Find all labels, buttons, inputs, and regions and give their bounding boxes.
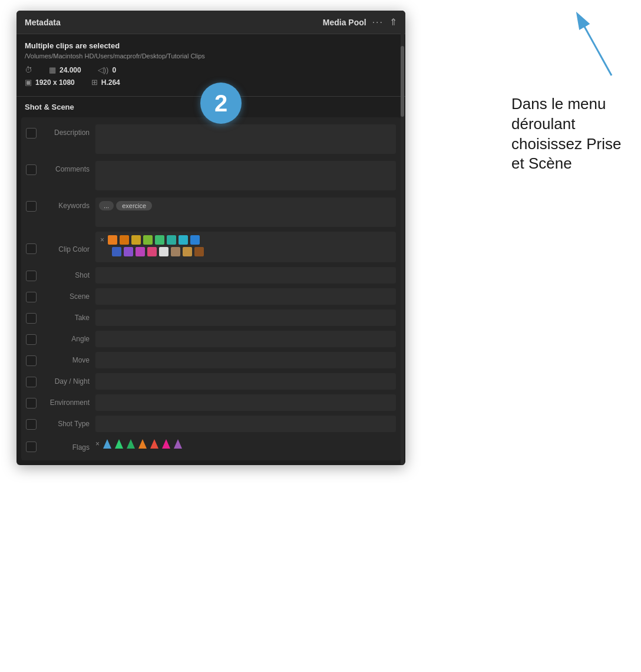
clip-color-swatch[interactable] [159, 247, 168, 256]
description-checkbox[interactable] [26, 128, 37, 139]
environment-label: Environment [37, 394, 95, 407]
framerate-item: ▦ 24.000 [49, 65, 81, 74]
color-row-2 [100, 247, 391, 256]
flag-icon[interactable] [103, 439, 111, 449]
take-label: Take [37, 309, 95, 322]
shot-type-content [95, 416, 396, 432]
resolution-value: 1920 x 1080 [35, 78, 75, 87]
shot-type-checkbox[interactable] [26, 419, 37, 430]
flags-row: Flags × [21, 434, 401, 456]
comments-label: Comments [37, 161, 95, 173]
clip-color-swatch[interactable] [167, 235, 176, 245]
clip-color-swatch[interactable] [183, 247, 192, 256]
mediapool-label: Media Pool [323, 18, 366, 27]
day-night-content [95, 373, 396, 390]
move-input[interactable] [95, 352, 396, 368]
clip-color-swatch[interactable] [143, 235, 153, 245]
description-content [95, 124, 396, 156]
day-night-input[interactable] [95, 373, 396, 390]
clock-icon: ⏱ [25, 65, 32, 74]
flag-icon[interactable] [162, 439, 170, 449]
codec-value: H.264 [101, 78, 120, 87]
clip-color-swatch[interactable] [131, 235, 141, 245]
flag-icon[interactable] [127, 439, 135, 449]
flags-content: × [95, 437, 396, 453]
scroll-thumb[interactable] [401, 46, 404, 117]
codec-icon: ⊞ [91, 78, 98, 87]
environment-checkbox[interactable] [26, 398, 37, 409]
scene-content [95, 288, 396, 305]
keywords-area: ... exercice [95, 197, 396, 227]
clip-color-swatch[interactable] [147, 247, 157, 256]
flags-clear[interactable]: × [95, 440, 100, 448]
clip-color-swatch[interactable] [108, 235, 117, 245]
scroll-track [401, 11, 404, 465]
step-badge: 2 [200, 83, 242, 124]
flag-icon[interactable] [115, 439, 123, 449]
description-input[interactable] [95, 124, 396, 154]
environment-row: Environment [21, 392, 401, 413]
framerate-value: 24.000 [60, 66, 81, 74]
arrow-annotation [553, 11, 623, 81]
angle-input[interactable] [95, 331, 396, 347]
day-night-row: Day / Night [21, 371, 401, 392]
take-checkbox[interactable] [26, 313, 37, 324]
keywords-add-button[interactable]: ... [99, 201, 114, 210]
angle-content [95, 331, 396, 347]
angle-checkbox[interactable] [26, 334, 37, 345]
metadata-panel: Metadata Media Pool ··· ⇑ Multiple clips… [16, 11, 405, 465]
environment-input[interactable] [95, 394, 396, 411]
flag-icon[interactable] [138, 439, 147, 449]
take-content [95, 309, 396, 326]
day-night-checkbox[interactable] [26, 377, 37, 387]
clip-color-swatch[interactable] [190, 235, 200, 245]
svg-line-1 [582, 22, 612, 75]
clip-color-checkbox[interactable] [26, 243, 37, 254]
move-checkbox[interactable] [26, 355, 37, 366]
resolution-icon: ▣ [25, 78, 32, 87]
metadata-title: Metadata [25, 18, 61, 27]
clip-color-swatch[interactable] [112, 247, 121, 256]
clip-color-swatch[interactable] [194, 247, 204, 256]
audio-value: 0 [112, 66, 116, 74]
environment-content [95, 394, 396, 411]
keywords-checkbox[interactable] [26, 201, 37, 212]
move-row: Move [21, 350, 401, 371]
clip-color-swatch[interactable] [120, 235, 129, 245]
take-row: Take [21, 307, 401, 328]
clip-color-row: Clip Color × [21, 229, 401, 265]
duration-item: ⏱ [25, 65, 32, 74]
color-row-1: × [100, 235, 391, 245]
comments-row: Comments [21, 159, 401, 195]
clip-color-swatch[interactable] [179, 235, 188, 245]
audio-icon: ◁)) [98, 65, 109, 74]
take-input[interactable] [95, 309, 396, 326]
shot-checkbox[interactable] [26, 271, 37, 281]
comments-checkbox[interactable] [26, 164, 37, 175]
shot-input[interactable] [95, 267, 396, 284]
scene-row: Scene [21, 286, 401, 307]
flag-icon[interactable] [174, 439, 182, 449]
description-row: Description [21, 122, 401, 159]
annotation-text: Dans le menu déroulant choisissez Prise … [511, 94, 629, 174]
clip-color-swatch[interactable] [155, 235, 164, 245]
clip-color-label: Clip Color [37, 241, 95, 253]
scene-checkbox[interactable] [26, 292, 37, 302]
scene-input[interactable] [95, 288, 396, 305]
clip-color-swatch[interactable] [124, 247, 133, 256]
shot-type-input[interactable] [95, 416, 396, 432]
main-container: Metadata Media Pool ··· ⇑ Multiple clips… [0, 0, 641, 672]
flag-icon[interactable] [150, 439, 158, 449]
clip-color-clear[interactable]: × [100, 236, 104, 244]
keyword-tag-exercice[interactable]: exercice [116, 201, 152, 210]
resolution-item: ▣ 1920 x 1080 [25, 78, 75, 87]
clip-path: /Volumes/Macintosh HD/Users/macprofr/Des… [25, 52, 397, 60]
clip-color-palette: × [95, 232, 396, 262]
keywords-content: ... exercice [95, 197, 396, 227]
collapse-button[interactable]: ⇑ [389, 17, 397, 28]
flags-checkbox[interactable] [26, 442, 37, 452]
more-options-button[interactable]: ··· [372, 17, 384, 28]
comments-input[interactable] [95, 161, 396, 190]
clip-color-swatch[interactable] [136, 247, 145, 256]
clip-color-swatch[interactable] [171, 247, 180, 256]
